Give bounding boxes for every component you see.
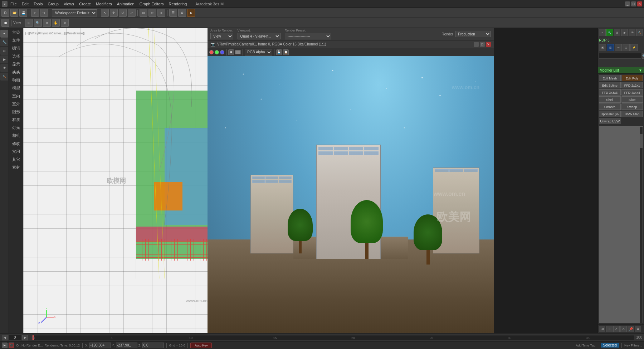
slice-btn[interactable]: Slice <box>621 96 643 103</box>
menu-rendering[interactable]: Rendering <box>167 1 189 6</box>
render-channel-green[interactable] <box>215 50 219 54</box>
rp-display-icon[interactable]: 👁 <box>629 29 635 36</box>
maximize-button[interactable]: □ <box>631 1 636 6</box>
menu-edit[interactable]: Edit <box>20 1 31 6</box>
close-button[interactable]: ✕ <box>637 1 642 6</box>
render-win-minimize[interactable]: _ <box>474 42 479 47</box>
pan-btn[interactable]: ✋ <box>52 19 60 27</box>
menu-animation[interactable]: Animation <box>115 1 137 6</box>
edit-spline-btn[interactable]: Edit Spline <box>599 82 621 88</box>
menu-file[interactable]: File <box>8 1 19 6</box>
edit-poly-btn[interactable]: Edit Poly <box>621 75 643 81</box>
mod-ctrl-first[interactable]: ⏮ <box>599 326 605 332</box>
rp-search-btn[interactable]: 🔍 <box>642 53 644 59</box>
scrollbar-thumb[interactable] <box>640 134 643 148</box>
cn-menu-other[interactable]: 其它 <box>10 156 22 163</box>
ffd-333-btn[interactable]: FFD 3x3x3 <box>599 89 621 96</box>
mod-ctrl-prev[interactable]: ⏸ <box>606 326 613 332</box>
workspace-dropdown[interactable]: Workspace: Default <box>52 9 97 16</box>
save-button[interactable]: 💾 <box>19 9 27 17</box>
rp-search-input[interactable] <box>599 53 641 59</box>
cn-menu-materials[interactable]: 材质 <box>10 116 22 123</box>
open-button[interactable]: 📂 <box>10 9 18 17</box>
cn-menu-lights[interactable]: 灯光 <box>10 124 22 131</box>
ffd-221-btn[interactable]: FFD 2x2x1 <box>621 82 643 88</box>
render-copy-btn[interactable]: 📋 <box>283 49 289 55</box>
cn-menu-interior[interactable]: 室内 <box>10 92 22 100</box>
viewport-select[interactable]: Quad 4 - VRayPh... <box>238 33 280 39</box>
mod-ctrl-config[interactable]: ⚙ <box>635 326 641 332</box>
zoom-all-btn[interactable]: ⊕ <box>43 19 51 27</box>
sidebar-hierarchy[interactable]: ⊞ <box>0 47 8 55</box>
move-button[interactable]: ✛ <box>110 9 118 17</box>
timeline-track[interactable]: 0 5 10 15 20 25 30 35 <box>32 335 634 340</box>
rp-sub-2[interactable]: ◫ <box>607 44 614 51</box>
unwrap-uvw-btn[interactable]: Unwrap UVW <box>599 118 621 124</box>
sidebar-create[interactable]: + <box>0 30 8 38</box>
cn-menu-modify[interactable]: 修改 <box>10 140 22 147</box>
z-coord-input[interactable] <box>142 343 164 348</box>
cn-menu-transform[interactable]: 换换 <box>10 68 22 76</box>
align-button[interactable]: ≡ <box>157 9 165 17</box>
render-channel-red[interactable] <box>209 50 214 54</box>
viewport-config-btn[interactable]: ⊞ <box>25 19 33 27</box>
menu-tools[interactable]: Tools <box>31 1 45 6</box>
new-button[interactable]: 🗋 <box>1 9 9 17</box>
uvw-map-btn[interactable]: UVW Map <box>621 111 643 117</box>
add-time-tag-btn[interactable]: Add Time Tag <box>576 344 595 347</box>
auto-key-btn[interactable]: Auto Key <box>190 343 212 348</box>
modifier-scrollbar[interactable] <box>640 127 643 323</box>
menu-create[interactable]: Create <box>77 1 93 6</box>
play-btn[interactable]: ▶ <box>2 343 8 348</box>
timeline-next-frame[interactable]: ▶ <box>22 335 28 340</box>
render-preset-select[interactable]: ------------------- <box>285 33 331 39</box>
render-channel-select[interactable]: RGB Alpha <box>245 49 272 55</box>
cn-menu-display[interactable]: 显示 <box>10 60 22 68</box>
viewport-3ds[interactable]: 欧模网 [+][VRayPhysicalCamer...][{Wireframe… <box>23 28 597 333</box>
sidebar-motion[interactable]: ▶ <box>0 55 8 63</box>
frame-input[interactable] <box>9 335 21 340</box>
rp-motion-icon[interactable]: ▶ <box>621 29 628 36</box>
zoom-btn[interactable]: 🔍 <box>34 19 42 27</box>
undo-button[interactable]: ↩ <box>31 9 39 17</box>
timeline-prev-frame[interactable]: ◀ <box>2 335 8 340</box>
cn-menu-file[interactable]: 文件 <box>10 37 22 44</box>
redo-button[interactable]: ↪ <box>40 9 48 17</box>
minimize-button[interactable]: _ <box>625 1 630 6</box>
cn-menu-render[interactable]: 宣染 <box>10 29 22 36</box>
mirror-button[interactable]: ⇔ <box>148 9 156 17</box>
sweep-btn[interactable]: Sweep <box>621 103 643 110</box>
edit-mesh-btn[interactable]: Edit Mesh <box>599 75 621 81</box>
mod-ctrl-delete[interactable]: ✕ <box>620 326 627 332</box>
rp-hierarchy-icon[interactable]: ⊞ <box>614 29 621 36</box>
cn-menu-model[interactable]: 模型 <box>10 84 22 92</box>
y-coord-input[interactable] <box>116 343 137 348</box>
cn-menu-utility[interactable]: 实用 <box>10 148 22 155</box>
rp-util-icon[interactable]: 🔨 <box>636 29 643 36</box>
cn-menu-animation[interactable]: 动画 <box>10 76 22 84</box>
rp-sub-4[interactable]: ◻ <box>623 44 630 51</box>
snap-button[interactable]: ⊞ <box>140 9 147 17</box>
menu-views[interactable]: Views <box>62 1 76 6</box>
render-save-btn[interactable]: 💾 <box>276 49 282 55</box>
view-select-btn[interactable]: 🔲 <box>1 19 9 27</box>
rp-create-icon[interactable]: + <box>599 29 606 36</box>
cn-menu-exterior[interactable]: 室外 <box>10 100 22 108</box>
record-btn[interactable]: ⚫ <box>9 343 14 348</box>
scale-button[interactable]: ⤢ <box>128 9 136 17</box>
sidebar-modify[interactable]: 🔧 <box>0 38 8 46</box>
menu-group[interactable]: Group <box>45 1 61 6</box>
key-filters-btn[interactable]: Key Filters... <box>624 344 642 347</box>
cn-menu-select[interactable]: 选择 <box>10 53 22 60</box>
bg-color-swatch[interactable] <box>235 50 241 54</box>
cn-menu-shapes[interactable]: 图形 <box>10 108 22 116</box>
cn-menu-camera[interactable]: 相机 <box>10 132 22 139</box>
menu-modifiers[interactable]: Modifiers <box>94 1 114 6</box>
sidebar-display[interactable]: 👁 <box>0 64 8 72</box>
ffd-444-btn[interactable]: FFD 4x4x4 <box>621 89 643 96</box>
render-display-btn[interactable]: ◼ <box>228 49 234 55</box>
render-setup-button[interactable]: ⚙ <box>178 9 186 17</box>
modifier-list-arrow[interactable]: ▼ <box>639 68 642 72</box>
rp-modify-icon[interactable]: 🔧 <box>606 29 613 36</box>
layer-button[interactable]: ☰ <box>169 9 177 17</box>
